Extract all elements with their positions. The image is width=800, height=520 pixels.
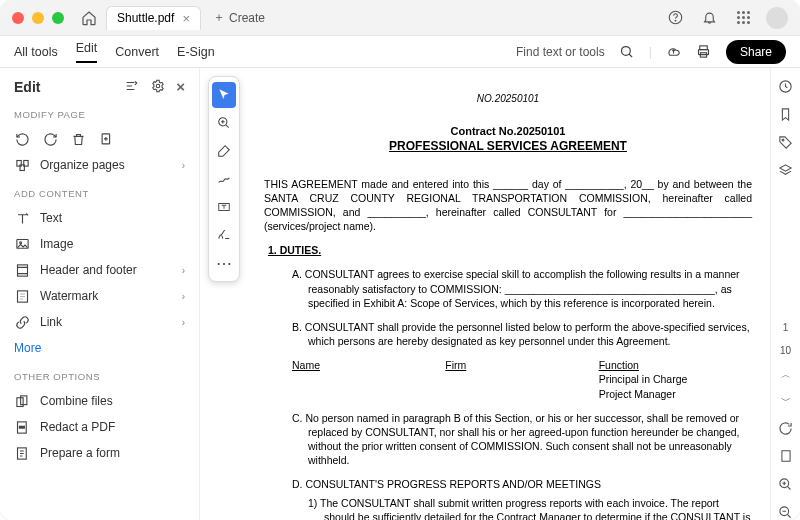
create-label: Create (229, 11, 265, 25)
prepare-form-button[interactable]: Prepare a form (14, 440, 185, 466)
combine-files-button[interactable]: Combine files (14, 388, 185, 414)
duties-heading: 1. DUTIES. (268, 244, 321, 256)
add-image-button[interactable]: Image (14, 231, 185, 257)
bookmark-icon[interactable] (778, 106, 794, 122)
organize-label: Organize pages (40, 158, 125, 172)
create-button[interactable]: ＋ Create (213, 9, 265, 26)
clause-a: A. CONSULTANT agrees to exercise special… (292, 267, 752, 310)
tag-icon[interactable] (778, 134, 794, 150)
section-add-content: ADD CONTENT (14, 188, 185, 199)
insert-page-icon[interactable] (98, 131, 114, 147)
main-toolbar: All tools Edit Convert E-Sign Find text … (0, 36, 800, 68)
apps-grid-icon[interactable] (732, 7, 754, 29)
page-fit-icon[interactable] (778, 448, 794, 464)
agreement-title: PROFESSIONAL SERVICES AGREEMENT (264, 138, 752, 154)
current-page-number[interactable]: 1 (783, 322, 789, 333)
tool-edit[interactable]: Edit (76, 41, 98, 63)
title-bar: Shuttle.pdf × ＋ Create (0, 0, 800, 36)
clock-icon[interactable] (778, 78, 794, 94)
redact-icon (14, 419, 30, 435)
chevron-right-icon: › (182, 291, 185, 302)
select-tool-icon[interactable] (212, 82, 236, 108)
rotate-view-icon[interactable] (778, 420, 794, 436)
user-avatar[interactable] (766, 7, 788, 29)
svg-rect-22 (781, 451, 789, 462)
svg-point-1 (675, 20, 676, 21)
organize-pages-button[interactable]: Organize pages › (14, 152, 185, 178)
tool-all-tools[interactable]: All tools (14, 45, 58, 59)
maximize-window-icon[interactable] (52, 12, 64, 24)
svg-point-6 (156, 84, 160, 88)
sidebar-title: Edit (14, 79, 40, 95)
add-link-button[interactable]: Link› (14, 309, 185, 335)
tab-title: Shuttle.pdf (117, 11, 174, 25)
clause-c: C. No person named in paragraph B of thi… (292, 411, 752, 468)
svg-rect-13 (17, 264, 27, 275)
delete-page-icon[interactable] (70, 131, 86, 147)
highlight-tool-icon[interactable] (212, 138, 236, 164)
chevron-down-icon[interactable]: ﹀ (781, 394, 791, 408)
chevron-right-icon: › (182, 160, 185, 171)
svg-rect-18 (19, 426, 24, 428)
save-cloud-icon[interactable] (666, 44, 682, 60)
add-header-footer-button[interactable]: Header and footer› (14, 257, 185, 283)
notifications-icon[interactable] (698, 7, 720, 29)
redact-pdf-button[interactable]: Redact a PDF (14, 414, 185, 440)
personnel-row: Project Manager (292, 387, 752, 401)
more-link[interactable]: More (14, 335, 185, 361)
clause-b: B. CONSULTANT shall provide the personne… (292, 320, 752, 348)
layers-icon[interactable] (778, 162, 794, 178)
tool-esign[interactable]: E-Sign (177, 45, 215, 59)
watermark-icon (14, 288, 30, 304)
svg-point-12 (19, 241, 21, 243)
minimize-window-icon[interactable] (32, 12, 44, 24)
textbox-tool-icon[interactable] (212, 194, 236, 220)
svg-point-21 (782, 139, 784, 141)
clause-d1: 1) The CONSULTANT shall submit written p… (308, 496, 752, 520)
floating-toolbar: ⋯ (208, 76, 240, 282)
rotate-left-icon[interactable] (14, 131, 30, 147)
chevron-right-icon: › (182, 317, 185, 328)
document-viewport[interactable]: NO.20250101 Contract No.20250101 PROFESS… (200, 68, 770, 520)
chevron-right-icon: › (182, 265, 185, 276)
doc-number: NO.20250101 (264, 92, 752, 106)
tool-convert[interactable]: Convert (115, 45, 159, 59)
zoom-out-icon[interactable] (778, 504, 794, 520)
sign-tool-icon[interactable] (212, 222, 236, 248)
header-footer-icon (14, 262, 30, 278)
print-icon[interactable] (696, 44, 712, 60)
svg-point-2 (622, 47, 631, 56)
zoom-in-icon[interactable] (778, 476, 794, 492)
tab-close-icon[interactable]: × (182, 11, 190, 26)
pdf-page: NO.20250101 Contract No.20250101 PROFESS… (254, 86, 762, 520)
more-tools-icon[interactable]: ⋯ (212, 250, 236, 276)
section-modify-page: MODIFY PAGE (14, 109, 185, 120)
gear-icon[interactable] (150, 78, 166, 94)
zoom-tool-icon[interactable] (212, 110, 236, 136)
rotate-right-icon[interactable] (42, 131, 58, 147)
draw-tool-icon[interactable] (212, 166, 236, 192)
chevron-up-icon[interactable]: ︿ (781, 368, 791, 382)
share-button[interactable]: Share (726, 40, 786, 64)
search-icon[interactable] (619, 44, 635, 60)
total-pages: 10 (780, 345, 791, 356)
contract-number: Contract No.20250101 (264, 124, 752, 139)
home-icon[interactable] (78, 7, 100, 29)
organize-icon (14, 157, 30, 173)
sort-icon[interactable] (124, 78, 140, 94)
add-watermark-button[interactable]: Watermark› (14, 283, 185, 309)
close-window-icon[interactable] (12, 12, 24, 24)
close-panel-icon[interactable]: × (176, 78, 185, 95)
add-text-button[interactable]: Text (14, 205, 185, 231)
form-icon (14, 445, 30, 461)
preamble-paragraph: THIS AGREEMENT made and entered into thi… (264, 177, 752, 234)
combine-icon (14, 393, 30, 409)
window-controls (12, 12, 64, 24)
section-other-options: OTHER OPTIONS (14, 371, 185, 382)
link-icon (14, 314, 30, 330)
help-icon[interactable] (664, 7, 686, 29)
edit-sidebar: Edit × MODIFY PAGE Organize pages › ADD … (0, 68, 200, 520)
clause-d: D. CONSULTANT'S PROGRESS REPORTS AND/OR … (292, 477, 752, 491)
plus-icon: ＋ (213, 9, 225, 26)
document-tab[interactable]: Shuttle.pdf × (106, 6, 201, 30)
